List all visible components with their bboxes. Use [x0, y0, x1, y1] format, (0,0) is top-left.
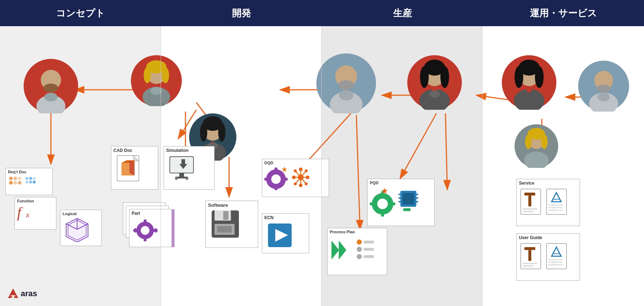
aras-logo-text: aras: [21, 289, 37, 298]
svg-rect-83: [215, 210, 231, 221]
req-doc-label: Req't Doc: [8, 170, 27, 174]
service-box: Service: [516, 179, 580, 226]
svg-point-116: [357, 239, 362, 245]
svg-rect-117: [364, 241, 374, 243]
svg-rect-180: [523, 265, 533, 267]
svg-point-109: [305, 169, 308, 172]
avatar-dev1: [131, 55, 182, 106]
svg-rect-178: [528, 250, 531, 261]
svg-point-89: [338, 80, 354, 90]
svg-point-149: [515, 66, 523, 88]
svg-rect-179: [523, 263, 537, 264]
svg-point-70: [175, 177, 178, 180]
part-label: Part: [132, 211, 140, 216]
svg-point-156: [525, 134, 532, 149]
software-floppy-icon: [208, 209, 244, 241]
software-box: Software: [205, 201, 258, 248]
svg-rect-174: [548, 207, 563, 208]
aras-logo-icon: [7, 288, 19, 299]
req-doc-icon2: [24, 176, 39, 188]
user-guide-doc1-icon: [519, 242, 543, 274]
pqd-box: PQD: [367, 179, 435, 226]
svg-rect-96: [264, 178, 269, 181]
pqd-gear-icon: [370, 186, 395, 219]
function-label: Function: [17, 199, 34, 203]
avatar-service1: [502, 55, 556, 110]
svg-rect-140: [399, 197, 401, 199]
svg-point-27: [44, 93, 57, 101]
svg-rect-168: [523, 211, 533, 212]
service-doc1-icon: [519, 187, 543, 220]
svg-rect-133: [381, 212, 384, 217]
function-icon: f: [17, 204, 21, 221]
svg-point-108: [294, 169, 297, 172]
svg-point-129: [429, 90, 440, 98]
process-plan-box: Process Plan: [327, 228, 387, 275]
svg-point-125: [420, 66, 429, 88]
dqd-pattern-icon: [291, 166, 311, 190]
aras-logo: aras: [7, 288, 37, 299]
svg-rect-138: [403, 193, 414, 205]
svg-rect-187: [548, 264, 563, 265]
logical-label: Logical: [63, 212, 77, 216]
svg-marker-98: [281, 166, 287, 172]
production-label: 生産: [393, 7, 412, 20]
avatar-production1: [316, 53, 376, 113]
svg-point-39: [33, 181, 36, 184]
header: コンセプト 開発 生産 運用・サービス: [0, 0, 644, 26]
cad-doc-box: CAD Doc: [111, 146, 158, 190]
svg-point-71: [185, 177, 188, 180]
cad-doc-icon: [113, 154, 143, 183]
svg-point-103: [298, 174, 304, 180]
header-dev: 開発: [161, 0, 322, 26]
part-stack-edge: [172, 209, 175, 247]
svg-point-56: [218, 123, 225, 142]
process-plan-list-icon: [356, 235, 376, 265]
part-gear-icon: [132, 216, 159, 241]
svg-point-29: [13, 177, 17, 180]
svg-rect-177: [524, 247, 535, 250]
svg-point-152: [527, 88, 532, 93]
svg-marker-189: [12, 289, 15, 291]
svg-point-35: [29, 177, 32, 180]
svg-marker-44: [68, 220, 86, 240]
svg-rect-95: [275, 186, 277, 190]
svg-rect-166: [528, 196, 531, 206]
svg-rect-119: [364, 248, 374, 251]
part-box-front: Part: [129, 209, 172, 247]
process-plan-label: Process Plan: [330, 230, 355, 234]
dqd-gear-star-icon: [264, 166, 288, 190]
svg-rect-74: [144, 220, 147, 224]
svg-marker-114: [332, 241, 339, 259]
cad-doc-label: CAD Doc: [113, 148, 132, 153]
svg-rect-167: [523, 208, 537, 210]
pqd-circuit-icon: [397, 186, 419, 216]
svg-rect-175: [548, 210, 563, 211]
svg-rect-145: [403, 208, 411, 211]
function-box: Function f x: [15, 197, 56, 230]
avatar-concept: [24, 59, 78, 113]
svg-point-36: [25, 181, 28, 184]
svg-point-111: [305, 182, 308, 185]
svg-point-118: [357, 247, 362, 252]
svg-point-161: [597, 85, 611, 93]
svg-point-104: [299, 168, 303, 171]
svg-marker-64: [129, 160, 135, 176]
svg-point-28: [9, 177, 13, 180]
svg-point-93: [272, 176, 280, 183]
svg-point-37: [29, 181, 32, 184]
svg-rect-143: [415, 197, 418, 199]
svg-point-91: [339, 90, 353, 100]
separator-2: [321, 26, 322, 306]
dqd-box: DQD: [262, 159, 329, 197]
svg-point-48: [144, 67, 151, 83]
software-label: Software: [208, 202, 228, 208]
svg-rect-84: [223, 211, 228, 220]
svg-rect-139: [399, 194, 401, 195]
svg-rect-135: [391, 202, 395, 205]
svg-rect-142: [415, 194, 418, 195]
svg-rect-121: [364, 255, 374, 258]
content-layer: Req't Doc Function f: [0, 26, 644, 306]
svg-point-38: [33, 177, 36, 180]
user-guide-doc2-icon: [545, 242, 568, 274]
